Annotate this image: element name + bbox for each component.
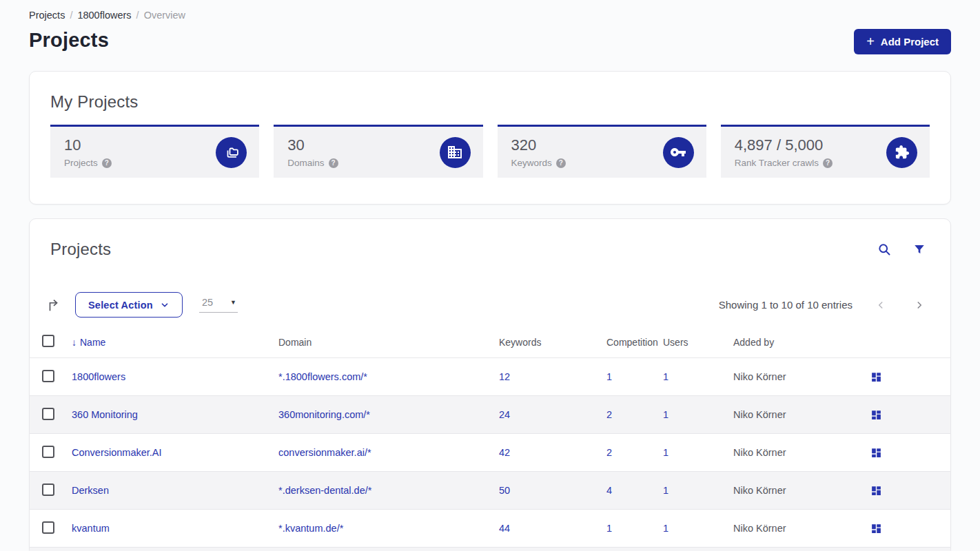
dashboard-icon[interactable] [870, 409, 882, 421]
breadcrumb-overview: Overview [144, 10, 185, 21]
column-header-keywords[interactable]: Keywords [499, 337, 606, 348]
competition-count-link[interactable]: 4 [606, 485, 612, 496]
project-name-link[interactable]: Conversionmaker.AI [72, 447, 162, 458]
breadcrumb-separator: / [136, 10, 139, 21]
added-by-text: Niko Körner [733, 371, 870, 382]
added-by-text: Niko Körner [733, 485, 870, 496]
users-count-link[interactable]: 1 [663, 409, 668, 420]
keywords-count-link[interactable]: 42 [499, 447, 510, 458]
export-arrow-icon[interactable] [46, 298, 61, 313]
project-name-link[interactable]: 360 Monitoring [72, 409, 138, 420]
project-name-link[interactable]: Derksen [72, 485, 109, 496]
stat-rank-tracker-crawls: 4,897 / 5,000 Rank Tracker crawls ? [721, 125, 930, 178]
row-checkbox[interactable] [42, 446, 54, 458]
checkbox-cell [30, 521, 72, 536]
page-size-select[interactable]: 25 ▼ [199, 297, 238, 313]
prev-page-icon[interactable] [875, 299, 887, 311]
keywords-count-link[interactable]: 44 [499, 523, 510, 534]
project-name-link[interactable]: 1800flowers [72, 371, 125, 382]
breadcrumb-projects[interactable]: Projects [29, 10, 65, 21]
users-count-link[interactable]: 1 [663, 447, 668, 458]
projects-panel-header: Projects [30, 240, 950, 259]
stats-row: 10 Projects ? 30 Domai [50, 125, 930, 178]
my-projects-card: My Projects 10 Projects ? [29, 71, 951, 205]
dashboard-icon[interactable] [870, 523, 882, 534]
added-by-text: Niko Körner [733, 409, 870, 420]
project-domain-link[interactable]: *.1800flowers.com/* [278, 371, 367, 382]
row-checkbox[interactable] [42, 370, 54, 382]
key-icon [663, 137, 694, 168]
select-all-checkbox[interactable] [42, 335, 54, 347]
checkbox-cell [30, 484, 72, 498]
search-icon[interactable] [877, 242, 891, 256]
dashboard-icon[interactable] [870, 371, 882, 383]
project-name-link[interactable]: kvantum [72, 523, 110, 534]
select-action-dropdown[interactable]: Select Action [75, 292, 183, 318]
stat-domains: 30 Domains ? [274, 125, 482, 178]
my-projects-title: My Projects [50, 92, 930, 112]
project-domain-link[interactable]: conversionmaker.ai/* [278, 447, 371, 458]
panel-actions [877, 242, 926, 256]
add-project-button[interactable]: + Add Project [854, 29, 951, 54]
page-size-value: 25 [202, 297, 213, 308]
stat-value: 320 [511, 136, 566, 154]
stat-keywords: 320 Keywords ? [498, 125, 706, 178]
stat-label: Rank Tracker crawls ? [735, 158, 833, 168]
added-by-text: Niko Körner [733, 523, 870, 534]
keywords-count-link[interactable]: 50 [499, 485, 510, 496]
stat-projects: 10 Projects ? [50, 125, 259, 178]
help-icon[interactable]: ? [329, 158, 338, 168]
stat-value: 30 [287, 136, 338, 154]
table-row: 360 Monitoring 360monitoring.com/* 24 2 … [30, 395, 950, 433]
breadcrumb-1800flowers[interactable]: 1800flowers [77, 10, 131, 21]
checkbox-cell [30, 446, 72, 460]
competition-count-link[interactable]: 1 [606, 371, 612, 382]
sort-desc-icon: ↓ [72, 337, 76, 348]
table-row: 1800flowers *.1800flowers.com/* 12 1 1 N… [30, 357, 950, 395]
competition-count-link[interactable]: 2 [606, 447, 612, 458]
users-count-link[interactable]: 1 [663, 485, 668, 496]
plus-icon: + [866, 34, 875, 48]
stat-label: Domains ? [287, 158, 338, 168]
project-domain-link[interactable]: *.derksen-dental.de/* [278, 485, 371, 496]
stat-text: 10 Projects ? [64, 136, 112, 168]
dashboard-icon[interactable] [870, 485, 882, 497]
users-count-link[interactable]: 1 [663, 371, 668, 382]
column-header-name[interactable]: ↓ Name [72, 337, 278, 348]
added-by-text: Niko Körner [733, 447, 870, 458]
help-icon[interactable]: ? [823, 158, 833, 168]
column-header-added-by[interactable]: Added by [733, 337, 870, 348]
column-header-domain[interactable]: Domain [278, 337, 499, 348]
keywords-count-link[interactable]: 24 [499, 409, 510, 420]
table-row: Conversionmaker.AI conversionmaker.ai/* … [30, 433, 950, 471]
projects-panel-title: Projects [50, 240, 111, 259]
row-checkbox[interactable] [42, 408, 54, 420]
competition-count-link[interactable]: 2 [606, 409, 612, 420]
projects-table: ↓ Name Domain Keywords Competition Users… [30, 326, 950, 551]
column-header-users[interactable]: Users [663, 337, 733, 348]
pagination [875, 299, 926, 311]
page: Projects / 1800flowers / Overview Projec… [0, 0, 980, 551]
project-domain-link[interactable]: *.kvantum.de/* [278, 523, 343, 534]
project-domain-link[interactable]: 360monitoring.com/* [278, 409, 370, 420]
row-checkbox[interactable] [42, 521, 54, 534]
keywords-count-link[interactable]: 12 [499, 371, 510, 382]
table-row: kvantum *.kvantum.de/* 44 1 1 Niko Körne… [30, 509, 950, 547]
users-count-link[interactable]: 1 [663, 523, 668, 534]
page-title: Projects [29, 29, 109, 52]
breadcrumb-separator: / [70, 10, 72, 21]
checkbox-cell [30, 408, 72, 422]
competition-count-link[interactable]: 1 [606, 523, 612, 534]
row-checkbox[interactable] [42, 484, 54, 496]
help-icon[interactable]: ? [102, 158, 112, 168]
stat-label-text: Domains [287, 158, 324, 168]
stat-label-text: Projects [64, 158, 98, 168]
table-row: Derksen *.derksen-dental.de/* 50 4 1 Nik… [30, 471, 950, 509]
chevron-down-icon [160, 300, 170, 310]
column-header-competition[interactable]: Competition [606, 337, 663, 348]
folders-icon [216, 137, 247, 168]
help-icon[interactable]: ? [556, 158, 566, 168]
next-page-icon[interactable] [913, 299, 926, 311]
dashboard-icon[interactable] [870, 447, 882, 459]
filter-icon[interactable] [913, 243, 926, 256]
